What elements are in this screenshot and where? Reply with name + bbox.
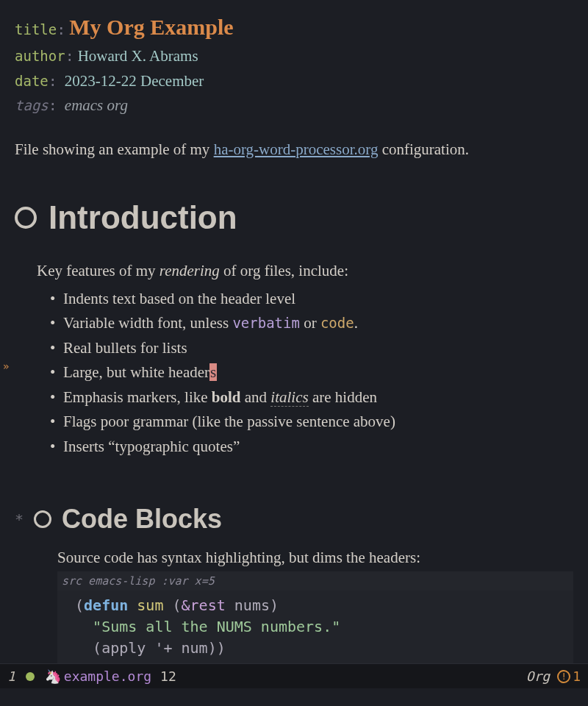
- list-item: Real bullets for lists: [50, 337, 573, 360]
- heading-code-blocks[interactable]: * Code Blocks: [15, 499, 573, 539]
- meta-tags-line: tags: emacs org: [15, 94, 573, 118]
- flycheck-indicator[interactable]: ! 1: [557, 668, 581, 684]
- editor-buffer[interactable]: title: My Org Example author: Howard X. …: [0, 0, 588, 660]
- meta-key-title: title: [15, 21, 57, 38]
- buffer-status-dot-icon: [26, 672, 35, 681]
- line-number: 12: [160, 668, 176, 684]
- list-item: Flags poor grammar (like the passive sen…: [50, 410, 573, 434]
- warning-count: 1: [573, 668, 581, 684]
- window-number: 1: [7, 668, 15, 684]
- list-item: Emphasis markers, like bold and italics …: [50, 386, 573, 410]
- fringe-marker-icon: »: [3, 360, 9, 372]
- list-item: Large, but white headers: [50, 361, 573, 385]
- meta-title-line: title: My Org Example: [15, 10, 573, 43]
- features-lead: Key features of my rendering of org file…: [37, 260, 573, 283]
- meta-val-tags: emacs org: [65, 96, 128, 114]
- mode-line[interactable]: 1 🦄 example.org 12 Org ! 1: [0, 663, 588, 688]
- config-link[interactable]: ha-org-word-processor.org: [214, 140, 379, 158]
- source-begin-line: src emacs-lisp :var x=5: [57, 571, 573, 591]
- source-code-body[interactable]: (defun sum (&rest nums) "Sums all the NU…: [57, 591, 573, 663]
- buffer-filename[interactable]: example.org: [64, 668, 151, 684]
- heading-text: Introduction: [49, 193, 237, 242]
- unicorn-icon: 🦄: [45, 668, 61, 684]
- intro-paragraph: File showing an example of my ha-org-wor…: [15, 138, 573, 162]
- list-item: Indents text based on the header level: [50, 288, 573, 311]
- heading-bullet-icon: [34, 510, 51, 528]
- heading-bullet-icon: [15, 207, 37, 229]
- heading-introduction[interactable]: Introduction: [15, 193, 573, 242]
- meta-val-author: Howard X. Abrams: [78, 47, 198, 65]
- warning-icon: !: [557, 670, 570, 683]
- list-item: Inserts “typographic quotes”: [50, 435, 573, 459]
- meta-key-tags: tags: [15, 97, 49, 113]
- heading-star-icon: *: [15, 508, 24, 530]
- meta-date-line: date: 2023-12-22 December: [15, 70, 573, 93]
- features-list: Indents text based on the header level V…: [50, 288, 573, 459]
- source-block-section: Source code has syntax highlighting, but…: [57, 546, 573, 683]
- meta-key-author: author: [15, 48, 65, 64]
- intro-body: Key features of my rendering of org file…: [37, 260, 573, 458]
- list-item: Variable width font, unless verbatim or …: [50, 312, 573, 335]
- major-mode[interactable]: Org: [526, 668, 551, 684]
- heading-text: Code Blocks: [62, 499, 222, 539]
- minibuffer[interactable]: [0, 688, 588, 706]
- meta-key-date: date: [15, 73, 49, 89]
- meta-val-title: My Org Example: [69, 15, 233, 39]
- text-cursor: s: [209, 363, 217, 381]
- meta-val-date: 2023-12-22 December: [65, 72, 204, 90]
- source-lead: Source code has syntax highlighting, but…: [57, 546, 573, 570]
- meta-author-line: author: Howard X. Abrams: [15, 45, 573, 68]
